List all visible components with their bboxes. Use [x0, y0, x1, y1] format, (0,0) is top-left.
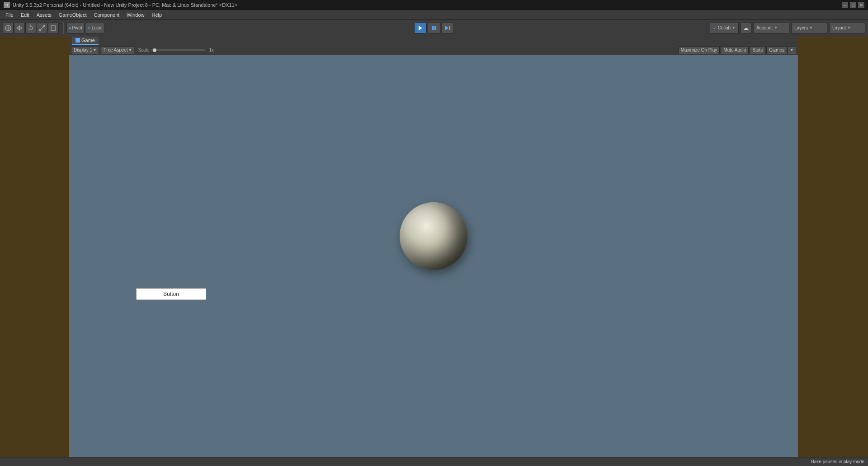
scale-slider-thumb [153, 48, 156, 52]
mute-audio-button[interactable]: Mute Audio [721, 46, 749, 54]
scale-prefix: Scale [138, 48, 149, 52]
display-arrow-icon: ▼ [93, 48, 96, 52]
collab-check-icon: ✓ [713, 25, 717, 30]
pivot-tools: ● Pivot ↻ Local [66, 23, 105, 33]
menu-edit[interactable]: Edit [17, 11, 33, 19]
main-layout: Game Display 1 ▼ Free Aspect ▼ Scale 1x … [0, 36, 868, 457]
aspect-label: Free Aspect [104, 48, 127, 52]
pivot-label: Pivot [72, 25, 82, 30]
gizmos-arrow-icon: ▼ [790, 48, 793, 52]
ui-button[interactable]: Button [136, 288, 206, 300]
menu-component[interactable]: Component [90, 11, 123, 19]
local-button[interactable]: ↻ Local [85, 23, 105, 33]
local-icon: ↻ [87, 26, 91, 30]
layout-label: Layout [832, 25, 846, 30]
minimize-button[interactable]: ─ [842, 2, 848, 8]
layout-button[interactable]: Layout ▼ [829, 23, 865, 33]
svg-rect-6 [51, 26, 56, 30]
menu-assets[interactable]: Assets [33, 11, 55, 19]
cloud-icon: ☁ [743, 25, 749, 31]
bake-status: Bake paused in play mode [811, 459, 864, 464]
rect-tool-button[interactable] [48, 23, 59, 33]
toolbar-divider-1 [63, 22, 64, 34]
gizmos-label: Gizmos [769, 48, 784, 52]
pivot-icon: ● [69, 26, 71, 30]
account-button[interactable]: Account ▼ [753, 23, 789, 33]
window-title: Unity 5.6.3p2 Personal (64bit) - Untitle… [13, 2, 842, 8]
window-controls: ─ □ ✕ [842, 2, 864, 8]
svg-rect-9 [434, 26, 436, 30]
toolbar: ● Pivot ↻ Local ✓ Collab ▼ ☁ Account [0, 20, 868, 36]
collab-button[interactable]: ✓ Collab ▼ [710, 23, 739, 33]
hand-tool-button[interactable] [3, 23, 14, 33]
rotate-tool-button[interactable] [25, 23, 36, 33]
play-controls [414, 23, 454, 33]
layout-arrow-icon: ▼ [847, 26, 851, 30]
center-area: Game Display 1 ▼ Free Aspect ▼ Scale 1x … [69, 36, 798, 457]
layers-button[interactable]: Layers ▼ [791, 23, 827, 33]
stats-button[interactable]: Stats [750, 46, 765, 54]
stats-label: Stats [752, 48, 763, 52]
play-button[interactable] [414, 23, 427, 33]
game-toolbar-right: Maximize On Play Mute Audio Stats Gizmos… [678, 46, 796, 54]
scale-slider[interactable] [151, 49, 205, 51]
gizmos-arrow-button[interactable]: ▼ [788, 46, 796, 54]
maximize-on-play-label: Maximize On Play [681, 48, 717, 52]
gizmos-dropdown: Gizmos ▼ [766, 46, 796, 54]
title-bar: U Unity 5.6.3p2 Personal (64bit) - Untit… [0, 0, 868, 10]
menu-gameobject[interactable]: GameObject [55, 11, 90, 19]
menu-help[interactable]: Help [148, 11, 165, 19]
layers-label: Layers [794, 25, 808, 30]
display-label: Display 1 [74, 48, 92, 52]
pause-button[interactable] [428, 23, 440, 33]
maximize-on-play-button[interactable]: Maximize On Play [678, 46, 720, 54]
collab-arrow-icon: ▼ [732, 26, 736, 30]
account-label: Account [756, 25, 773, 30]
svg-marker-7 [419, 26, 422, 30]
pivot-button[interactable]: ● Pivot [66, 23, 85, 33]
account-arrow-icon: ▼ [774, 26, 778, 30]
left-panel [0, 36, 69, 457]
game-tab-label: Game [81, 38, 95, 43]
svg-rect-4 [43, 25, 45, 27]
close-button[interactable]: ✕ [858, 2, 864, 8]
sphere-container [400, 202, 467, 270]
game-viewport: Button [69, 55, 798, 457]
mute-audio-label: Mute Audio [723, 48, 746, 52]
game-view-header: Game [69, 36, 798, 45]
display-button[interactable]: Display 1 ▼ [71, 46, 99, 54]
svg-rect-8 [432, 26, 434, 30]
game-toolbar: Display 1 ▼ Free Aspect ▼ Scale 1x Maxim… [69, 45, 798, 55]
3d-sphere [400, 202, 467, 270]
transform-tools [3, 23, 59, 33]
layers-arrow-icon: ▼ [809, 26, 813, 30]
maximize-button[interactable]: □ [850, 2, 856, 8]
gizmos-button[interactable]: Gizmos [766, 46, 787, 54]
scale-value: 1x [209, 48, 214, 52]
svg-rect-11 [449, 26, 450, 30]
right-toolbar: ✓ Collab ▼ ☁ Account ▼ Layers ▼ Layout ▼ [710, 23, 865, 33]
status-bar: Bake paused in play mode [0, 457, 868, 466]
scale-tool-button[interactable] [37, 23, 47, 33]
local-label: Local [92, 25, 103, 30]
step-button[interactable] [441, 23, 454, 33]
svg-marker-10 [445, 26, 448, 30]
menu-window[interactable]: Window [123, 11, 148, 19]
move-tool-button[interactable] [14, 23, 25, 33]
aspect-button[interactable]: Free Aspect ▼ [101, 46, 134, 54]
aspect-arrow-icon: ▼ [128, 48, 132, 52]
unity-icon: U [4, 2, 10, 8]
game-tab[interactable]: Game [72, 37, 99, 45]
menu-file[interactable]: File [2, 11, 17, 19]
right-panel [798, 36, 868, 457]
svg-rect-5 [39, 29, 41, 31]
menu-bar: File Edit Assets GameObject Component Wi… [0, 10, 868, 20]
cloud-button[interactable]: ☁ [741, 23, 751, 33]
ui-button-label: Button [163, 291, 179, 297]
collab-label: Collab [718, 25, 731, 30]
game-tab-icon [75, 38, 80, 43]
